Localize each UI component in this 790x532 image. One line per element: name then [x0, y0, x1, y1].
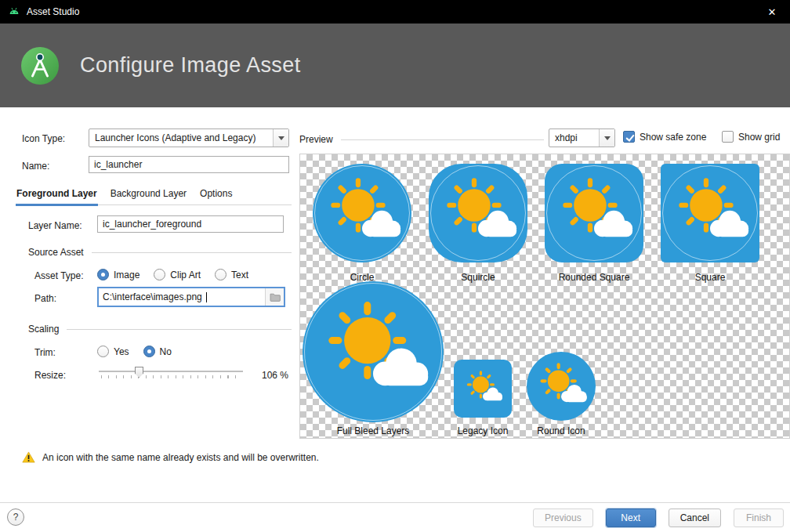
scaling-section: Scaling: [28, 324, 292, 335]
preview-icon-squircle: [429, 164, 527, 262]
tab-options[interactable]: Options: [199, 188, 233, 206]
preview-icon-rounded-square: [545, 164, 643, 262]
android-icon: [8, 5, 20, 18]
radio-dot-selected: [143, 346, 155, 357]
resize-slider[interactable]: [99, 365, 243, 382]
show-safe-zone-label: Show safe zone: [640, 132, 706, 143]
name-label: Name:: [22, 161, 49, 172]
density-select[interactable]: xhdpi: [549, 128, 615, 147]
browse-button[interactable]: [265, 288, 284, 306]
source-asset-section: Source Asset: [28, 247, 292, 258]
page-title: Configure Image Asset: [80, 53, 301, 78]
name-input[interactable]: ic_launcher: [89, 156, 289, 173]
density-value: xhdpi: [549, 132, 599, 143]
radio-dot: [215, 269, 226, 280]
resize-value: 106 %: [262, 370, 288, 381]
radio-trim-no[interactable]: No: [143, 346, 172, 357]
show-safe-zone-checkbox[interactable]: Show safe zone: [623, 131, 706, 143]
radio-text-label: Text: [231, 270, 248, 280]
radio-dot: [154, 269, 165, 280]
next-button[interactable]: Next: [606, 508, 656, 527]
tab-background-layer[interactable]: Background Layer: [110, 188, 187, 206]
layer-name-label: Layer Name:: [28, 220, 82, 231]
icon-type-select[interactable]: Launcher Icons (Adaptive and Legacy): [89, 128, 289, 147]
radio-yes-label: Yes: [114, 346, 129, 357]
preview-label-full-bleed: Full Bleed Layers: [314, 425, 432, 436]
radio-clip-art-label: Clip Art: [170, 270, 201, 280]
warning-row: An icon with the same name already exist…: [22, 451, 319, 463]
preview-heading: Preview: [299, 134, 333, 145]
show-grid-checkbox[interactable]: Show grid: [722, 131, 780, 143]
section-divider: [341, 139, 544, 140]
chevron-down-icon: [599, 129, 614, 147]
close-icon: ✕: [768, 6, 777, 18]
path-value: C:\interface\images.png: [99, 291, 206, 302]
help-icon: ?: [13, 512, 19, 523]
footer-buttons: Previous Next Cancel Finish: [533, 508, 784, 527]
folder-icon: [270, 292, 281, 302]
help-button[interactable]: ?: [7, 508, 24, 526]
window-title: Asset Studio: [27, 6, 79, 17]
radio-image[interactable]: Image: [97, 269, 140, 280]
close-button[interactable]: ✕: [754, 0, 790, 24]
title-bar: Asset Studio ✕: [0, 0, 790, 24]
cancel-button[interactable]: Cancel: [669, 508, 721, 527]
trim-label: Trim:: [34, 347, 56, 358]
chevron-down-icon: [273, 129, 288, 147]
checkbox-unchecked: [722, 131, 734, 143]
preview-label-square: Square: [661, 272, 759, 283]
slider-ticks: [101, 375, 242, 378]
radio-trim-yes[interactable]: Yes: [97, 346, 129, 357]
preview-icon-circle: [313, 164, 411, 262]
preview-label-round: Round Icon: [522, 425, 600, 436]
preview-label-rounded-square: Rounded Square: [545, 272, 643, 283]
preview-icon-legacy: [454, 360, 512, 418]
android-studio-logo: [20, 46, 60, 85]
asset-studio-dialog: Asset Studio ✕ Configure Image Asset Ic: [0, 0, 790, 532]
slider-track: [99, 371, 243, 372]
warning-text: An icon with the same name already exist…: [42, 452, 319, 463]
preview-icon-round: [527, 352, 596, 421]
name-value: ic_launcher: [94, 159, 142, 170]
layer-name-input[interactable]: ic_launcher_foreground: [97, 215, 284, 233]
path-label: Path:: [34, 293, 56, 304]
previous-button[interactable]: Previous: [533, 508, 593, 527]
asset-type-label: Asset Type:: [34, 270, 83, 281]
footer-bar: ? Previous Next Cancel Finish: [0, 502, 790, 532]
resize-label: Resize:: [34, 370, 66, 381]
radio-clip-art[interactable]: Clip Art: [154, 269, 201, 280]
layer-name-value: ic_launcher_foreground: [103, 219, 201, 230]
preview-board: Circle Squircle Rounded Square Square Fu…: [299, 154, 790, 439]
layer-tabs: Foreground Layer Background Layer Option…: [16, 188, 233, 206]
path-input[interactable]: C:\interface\images.png: [97, 287, 285, 307]
asset-type-radio-group: Image Clip Art Text: [97, 269, 248, 280]
radio-dot: [97, 346, 109, 357]
finish-button[interactable]: Finish: [734, 508, 784, 527]
warning-icon: [22, 451, 35, 463]
trim-radio-group: Yes No: [97, 346, 172, 357]
show-grid-label: Show grid: [738, 132, 780, 143]
preview-icon-square: [661, 164, 759, 262]
section-divider: [92, 252, 292, 253]
icon-type-value: Launcher Icons (Adaptive and Legacy): [89, 132, 273, 143]
text-caret: [206, 292, 207, 302]
radio-no-label: No: [160, 346, 172, 357]
radio-dot-selected: [97, 269, 109, 280]
radio-text[interactable]: Text: [215, 269, 248, 280]
tab-foreground-layer[interactable]: Foreground Layer: [16, 188, 98, 206]
preview-icon-full-bleed: [303, 281, 444, 422]
scaling-heading: Scaling: [28, 324, 59, 335]
icon-type-label: Icon Type:: [22, 133, 65, 144]
section-divider: [67, 329, 292, 330]
dialog-header: Configure Image Asset: [0, 24, 790, 107]
preview-label-legacy: Legacy Icon: [444, 425, 522, 436]
checkbox-checked: [623, 131, 635, 143]
radio-image-label: Image: [114, 270, 140, 280]
source-asset-heading: Source Asset: [28, 247, 84, 258]
preview-section-header: Preview: [299, 134, 544, 145]
